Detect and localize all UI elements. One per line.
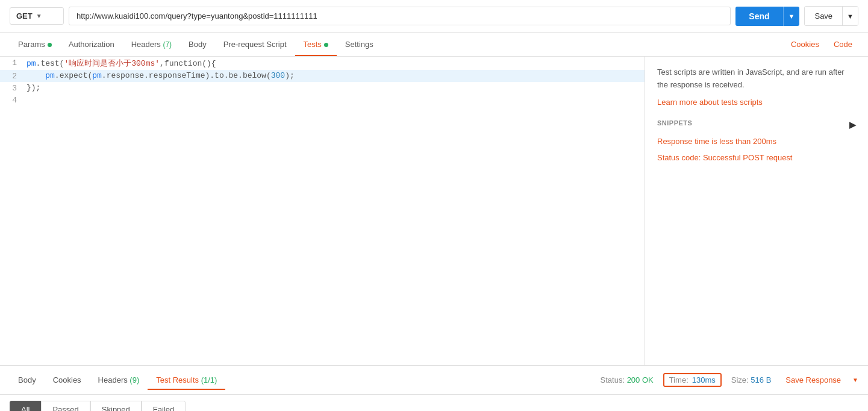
headers-count: (7) [163, 40, 172, 49]
filter-passed-button[interactable]: Passed [41, 401, 90, 411]
tests-dot [324, 43, 328, 47]
line-num-4: 4 [0, 95, 24, 105]
tab-code[interactable]: Code [828, 33, 858, 56]
save-button[interactable]: Save [805, 7, 842, 25]
top-bar: GET ▼ Send ▼ Save ▼ [0, 0, 868, 33]
send-dropdown-button[interactable]: ▼ [783, 7, 800, 26]
tab-body[interactable]: Body [180, 33, 215, 56]
filter-bar: All Passed Skipped Failed [0, 395, 868, 411]
res-test-count: (1/1) [201, 375, 217, 384]
status-label: Status: 200 OK [601, 375, 654, 384]
code-line-4: 4 [0, 94, 645, 106]
tab-cookies[interactable]: Cookies [785, 33, 825, 56]
code-editor[interactable]: 1 pm.test('响应时间是否小于300ms',function(){ 2 … [0, 57, 645, 365]
line-content-3: }); [24, 83, 645, 92]
snippet-response-time[interactable]: Response time is less than 200ms [657, 134, 856, 150]
res-headers-count: (9) [130, 375, 139, 384]
res-tab-cookies[interactable]: Cookies [45, 371, 90, 389]
request-tabs: Params Authorization Headers (7) Body Pr… [0, 33, 868, 57]
time-value: 130ms [692, 375, 716, 384]
main-content: 1 pm.test('响应时间是否小于300ms',function(){ 2 … [0, 57, 868, 365]
snippet-status-code[interactable]: Status code: Successful POST request [657, 150, 856, 166]
save-button-group: Save ▼ [804, 6, 858, 26]
code-line-2: 2 pm.expect(pm.response.responseTime).to… [0, 70, 645, 82]
url-input[interactable] [69, 7, 731, 25]
line-content-2: pm.expect(pm.response.responseTime).to.b… [24, 71, 645, 80]
method-chevron-icon: ▼ [36, 13, 42, 19]
method-select[interactable]: GET ▼ [10, 7, 64, 25]
time-label: Time: [669, 375, 688, 384]
status-value: 200 OK [627, 375, 654, 384]
snippets-header: SNIPPETS ▶ [657, 118, 856, 129]
res-tab-body[interactable]: Body [10, 371, 45, 389]
status-area: Status: 200 OK Time: 130ms Size: 516 B S… [601, 373, 858, 387]
learn-more-link[interactable]: Learn more about tests scripts [657, 98, 763, 107]
right-tabs: Cookies Code [785, 33, 858, 56]
code-line-1: 1 pm.test('响应时间是否小于300ms',function(){ [0, 57, 645, 70]
filter-all-button[interactable]: All [10, 401, 41, 411]
line-num-3: 3 [0, 83, 24, 93]
line-num-2: 2 [0, 71, 24, 81]
method-label: GET [16, 11, 33, 20]
res-tab-test-results[interactable]: Test Results (1/1) [148, 371, 225, 389]
filter-skipped-button[interactable]: Skipped [90, 401, 142, 411]
code-line-3: 3 }); [0, 82, 645, 94]
sidebar-description: Test scripts are written in JavaScript, … [657, 66, 856, 92]
tab-headers[interactable]: Headers (7) [123, 33, 180, 56]
size-display: Size: 516 B [731, 375, 772, 384]
save-response-button[interactable]: Save Response [785, 375, 841, 384]
line-num-1: 1 [0, 58, 24, 67]
save-response-arrow-icon[interactable]: ▼ [852, 377, 858, 383]
params-dot [48, 43, 52, 47]
res-tab-headers[interactable]: Headers (9) [90, 371, 148, 389]
line-content-1: pm.test('响应时间是否小于300ms',function(){ [24, 58, 645, 69]
tab-authorization[interactable]: Authorization [60, 33, 123, 56]
send-button-group: Send ▼ [735, 7, 799, 26]
snippets-arrow-icon: ▶ [849, 118, 857, 131]
tab-settings[interactable]: Settings [337, 33, 382, 56]
save-dropdown-button[interactable]: ▼ [842, 7, 858, 25]
time-box: Time: 130ms [663, 373, 722, 387]
size-value: 516 B [751, 375, 771, 384]
tab-tests[interactable]: Tests [295, 33, 337, 56]
response-bar: Body Cookies Headers (9) Test Results (1… [0, 365, 868, 395]
tab-params[interactable]: Params [10, 33, 60, 56]
send-button[interactable]: Send [735, 7, 782, 26]
tab-prerequest[interactable]: Pre-request Script [215, 33, 295, 56]
sidebar-panel: Test scripts are written in JavaScript, … [645, 57, 868, 365]
filter-failed-button[interactable]: Failed [142, 401, 186, 411]
